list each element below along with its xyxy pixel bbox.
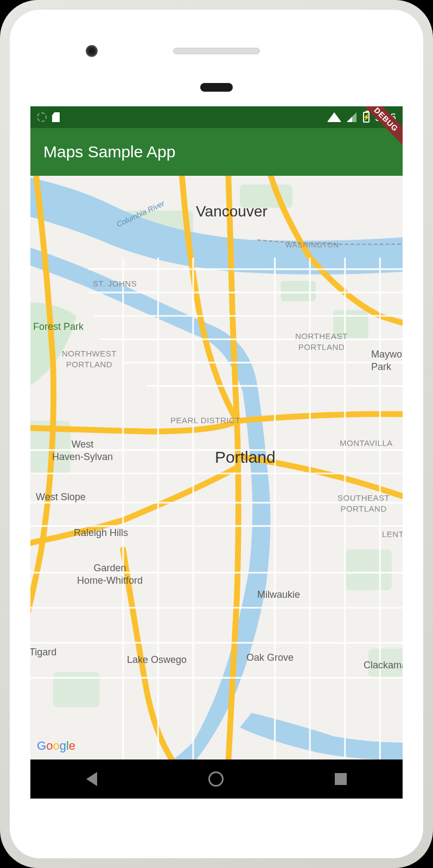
map-label-clackamas: Clackamas [364,660,403,671]
map-label-tigard: Tigard [30,647,56,658]
map-label-west-haven-sylvan: WestHaven-Sylvan [52,438,113,464]
back-button[interactable] [86,772,97,786]
screen: ⚡ 5:46 Maps Sample App DEBUG [30,106,403,799]
svg-rect-9 [345,550,392,590]
google-attribution: Google [37,739,75,753]
speaker-grille [173,48,260,54]
map-label-montavilla: MONTAVILLA [340,438,393,448]
map-label-raleigh-hills: Raleigh Hills [74,527,128,539]
map-label-vancouver: Vancouver [196,203,268,220]
system-nav-bar [30,760,403,799]
front-camera [86,45,98,57]
phone-bezel: ⚡ 5:46 Maps Sample App DEBUG [10,10,423,858]
map-label-oak-grove: Oak Grove [246,652,294,663]
loading-icon [37,112,47,122]
app-bar: Maps Sample App DEBUG [30,128,403,176]
status-bar: ⚡ 5:46 [30,106,403,128]
sd-card-icon [52,112,60,122]
map-label-northeast-portland: NORTHEASTPORTLAND [295,331,348,352]
home-button[interactable] [208,771,224,787]
map-label-lake-oswego: Lake Oswego [127,654,187,666]
map-label-milwaukie: Milwaukie [257,589,300,601]
map-label-forest-park: Forest Park [33,321,84,333]
map-view[interactable]: Vancouver Columbia River WASHINGTON ST. … [30,176,403,760]
map-label-pearl-district: PEARL DISTRICT [170,416,240,425]
map-label-maywood-park: MaywoPark [371,348,402,374]
cell-signal-icon [347,112,356,122]
earpiece [200,83,233,92]
map-label-west-slope: West Slope [36,492,86,503]
map-label-garden-home-whitford: GardenHome-Whitford [77,562,143,588]
map-label-st-johns: ST. JOHNS [93,279,137,288]
phone-frame: ⚡ 5:46 Maps Sample App DEBUG [0,0,433,868]
map-label-washington: WASHINGTON [285,241,339,249]
app-title: Maps Sample App [43,143,175,161]
wifi-icon [327,112,341,122]
map-label-southeast-portland: SOUTHEASTPORTLAND [338,493,390,514]
map-label-northwest-portland: NORTHWESTPORTLAND [62,348,117,369]
map-canvas[interactable] [30,176,403,760]
recent-apps-button[interactable] [335,773,347,785]
battery-icon: ⚡ [363,112,370,123]
map-label-portland: Portland [215,448,276,467]
map-label-lents: LENTS [382,529,403,539]
svg-marker-1 [347,117,352,122]
